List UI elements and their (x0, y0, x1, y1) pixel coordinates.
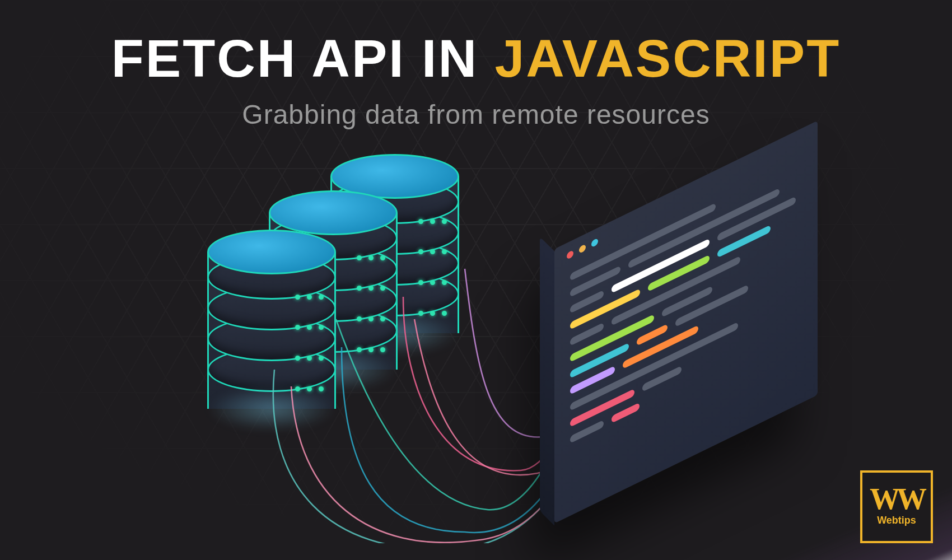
logo-mark: WW (870, 487, 923, 511)
window-controls (567, 238, 598, 260)
maximize-icon (591, 238, 598, 248)
title-part-2: JAVASCRIPT (494, 29, 841, 88)
database-icon (207, 230, 336, 409)
webtips-logo: WW Webtips (860, 470, 933, 543)
hero-illustration (174, 151, 790, 543)
code-editor-window (554, 120, 818, 523)
minimize-icon (579, 244, 586, 254)
code-content (570, 161, 802, 444)
heading-block: FETCH API IN JAVASCRIPT Grabbing data fr… (0, 28, 952, 130)
page-title: FETCH API IN JAVASCRIPT (0, 28, 952, 89)
title-part-1: FETCH API IN (111, 29, 495, 88)
close-icon (567, 250, 573, 260)
logo-text: Webtips (877, 515, 916, 526)
